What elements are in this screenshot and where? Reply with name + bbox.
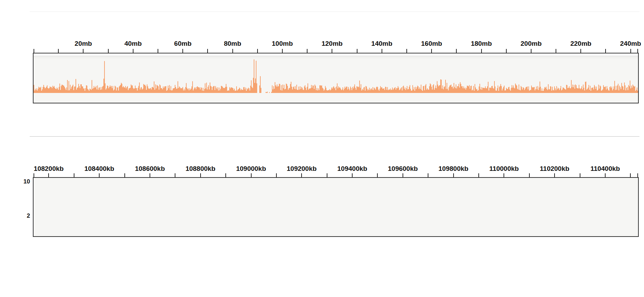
y-axis-min-label: 2 [15, 212, 30, 219]
ruler-tick [158, 49, 158, 53]
ruler-tick-label: 80mb [224, 40, 241, 48]
ruler-tick [431, 49, 432, 53]
ruler-tick-label: 108800kb [186, 165, 216, 173]
ruler-tick [232, 49, 233, 53]
ruler-tick-label: 110200kb [540, 165, 570, 173]
chromosome-track-panel[interactable] [33, 53, 639, 103]
ruler-tick [352, 173, 353, 177]
ruler-tick-label: 109200kb [287, 165, 317, 173]
ruler-tick-label: 109600kb [388, 165, 418, 173]
ruler-tick [529, 173, 530, 177]
coverage-histogram[interactable] [34, 59, 638, 93]
ruler-tick [133, 49, 133, 53]
ruler-tick-label: 20mb [75, 40, 92, 48]
ruler-tick-label: 140mb [371, 40, 392, 48]
ruler-tick [580, 173, 580, 177]
ruler-tick [83, 49, 84, 53]
ruler-tick [382, 49, 382, 53]
ruler-tick-label: 108400kb [84, 165, 114, 173]
ruler-tick [327, 173, 327, 177]
y-axis-max-label: 10 [15, 178, 30, 185]
ruler-tick [108, 49, 109, 53]
ruler-tick-label: 108200kb [34, 165, 64, 173]
ruler-tick-label: 108600kb [135, 165, 165, 173]
ruler-tick [207, 49, 208, 53]
ruler-tick [506, 49, 507, 53]
ruler-tick [257, 49, 258, 53]
ruler-tick [504, 173, 504, 177]
ruler-tick-label: 40mb [124, 40, 142, 48]
ruler-tick [456, 49, 457, 53]
ruler-tick [301, 173, 302, 177]
ruler-tick [58, 49, 59, 53]
ruler-tick [200, 173, 201, 177]
ruler-tick-label: 100mb [272, 40, 293, 48]
ruler-tick-label: 240mb [620, 40, 641, 48]
ruler-tick [357, 49, 357, 53]
ruler-tick [605, 173, 606, 177]
ruler-tick [531, 49, 531, 53]
ruler-tick [282, 49, 283, 53]
ruler-tick-label: 180mb [471, 40, 492, 48]
ruler-tick [630, 173, 631, 177]
chromosome-ruler[interactable]: 20mb40mb60mb80mb100mb120mb140mb160mb180m… [34, 0, 638, 53]
ruler-tick-label: 109400kb [337, 165, 367, 173]
ruler-tick [182, 49, 183, 53]
ruler-tick [99, 173, 100, 177]
ruler-tick [556, 49, 556, 53]
ruler-tick [580, 49, 581, 53]
ruler-tick [406, 49, 407, 53]
ruler-tick-label: 109000kb [236, 165, 266, 173]
ruler-tick [478, 173, 479, 177]
ruler-tick [332, 49, 332, 53]
ruler-tick-label: 120mb [321, 40, 342, 48]
region-ruler[interactable]: 108200kb108400kb108600kb108800kb109000kb… [34, 125, 638, 177]
ruler-edge-tick [34, 173, 34, 177]
ruler-tick [175, 173, 175, 177]
ruler-tick [630, 49, 631, 53]
ruler-tick [276, 173, 277, 177]
ruler-tick-label: 109800kb [439, 165, 469, 173]
ruler-tick-label: 110000kb [489, 165, 519, 173]
ruler-tick [428, 173, 428, 177]
ruler-tick-label: 110400kb [591, 165, 620, 173]
ruler-tick [554, 173, 555, 177]
ruler-tick-label: 200mb [521, 40, 542, 48]
gene-label-row [34, 178, 638, 236]
ruler-tick [150, 173, 150, 177]
ruler-tick [403, 173, 403, 177]
ruler-tick [307, 49, 307, 53]
ruler-tick [605, 49, 606, 53]
ruler-tick-label: 160mb [421, 40, 442, 48]
ruler-tick [74, 173, 74, 177]
ruler-tick [481, 49, 482, 53]
ruler-edge-tick [637, 173, 638, 177]
ruler-edge-tick [637, 49, 638, 53]
ruler-tick [48, 173, 49, 177]
ruler-tick-label: 220mb [570, 40, 591, 48]
ruler-tick [124, 173, 125, 177]
ruler-tick-label: 60mb [174, 40, 191, 48]
chromosome-tracks-canvas[interactable] [34, 53, 638, 103]
ruler-edge-tick [34, 49, 34, 53]
region-track-panel[interactable] [33, 177, 639, 237]
ruler-tick [453, 173, 454, 177]
ruler-tick [377, 173, 378, 177]
ruler-tick [225, 173, 226, 177]
ruler-tick [251, 173, 252, 177]
